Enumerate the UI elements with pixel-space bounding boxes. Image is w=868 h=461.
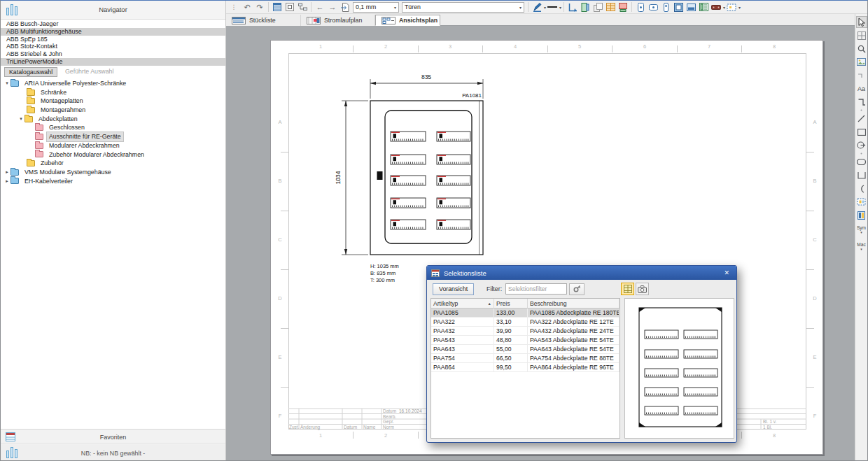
record-options-button[interactable] [284, 1, 295, 13]
busbar-button[interactable] [710, 1, 722, 13]
tab-gefuehrte-auswahl[interactable]: Geführte Auswahl [65, 68, 113, 75]
tab-katalogauswahl[interactable]: Katalogauswahl [4, 67, 57, 77]
column-preis[interactable]: Preis [494, 299, 528, 308]
chevron-down-icon[interactable]: ▾ [723, 5, 725, 10]
column-artikeltyp[interactable]: Artikeltyp ▲ [431, 299, 494, 308]
enclosure-view-button[interactable] [580, 1, 591, 13]
tree-item-aria[interactable]: ▾ ARIA Universelle Polyester-Schränke [1, 79, 225, 88]
column-beschreibung[interactable]: Beschreibung [528, 299, 620, 308]
chevron-down-icon[interactable]: ▾ [738, 5, 741, 10]
line-width-select[interactable]: 0,1 mm ▾ [353, 2, 399, 13]
circle-direction-tool[interactable] [856, 139, 867, 151]
socket-horizontal-button[interactable] [648, 1, 659, 13]
tree-item-montageplatten[interactable]: Montageplatten [1, 97, 225, 106]
tab-label: Stückliste [249, 17, 276, 24]
manufacturer-item[interactable]: ABB SpEp 185 [1, 36, 225, 43]
toolbar-grip[interactable]: ⋮ [228, 1, 239, 13]
text-tool[interactable]: Aa [856, 83, 867, 94]
tree-item-abdeckplatten[interactable]: ▾ Abdeckplatten [1, 115, 225, 124]
tab-ansichtsplan[interactable]: Ansichtsplan [375, 15, 440, 26]
dialog-title-bar[interactable]: Selektionsliste ✕ [427, 266, 736, 280]
device-frame-tool[interactable] [856, 196, 867, 208]
pen-color-button[interactable] [531, 1, 542, 13]
filter-settings-button[interactable] [569, 283, 584, 295]
copy-view-button[interactable] [592, 1, 603, 13]
chevron-right-icon[interactable]: ▸ [4, 177, 10, 186]
measure-button[interactable] [567, 1, 578, 13]
close-icon[interactable]: ✕ [721, 269, 732, 276]
table-row[interactable]: PAA754 66,50 PAA754 Abdeckplatte RE 88TE [431, 354, 620, 363]
table-row[interactable]: PAA322 33,10 PAA322 Abdeckplatte RE 12TE [431, 318, 620, 327]
layer-select[interactable]: Türen ▾ [402, 2, 524, 13]
cover-plate-button[interactable] [685, 1, 696, 13]
polygon-tool[interactable] [856, 169, 867, 181]
table-row-selected[interactable]: PAA1085 133,00 PAA1085 Abdeckplatte RE 1… [431, 308, 620, 318]
device-rows-tool[interactable] [856, 209, 867, 221]
table-row[interactable]: PAA643 55,00 PAA643 Abdeckplatte RE 54TE [431, 345, 620, 354]
filter-input[interactable] [505, 283, 567, 295]
article-table[interactable]: Artikeltyp ▲ Preis Beschreibung PAA1085 … [430, 298, 620, 439]
tree-item-zubehoer[interactable]: Zubehör [1, 159, 225, 168]
arc-tool[interactable] [856, 183, 867, 194]
socket-vertical-button[interactable] [635, 1, 646, 13]
tree-item-eh-kabelverteiler[interactable]: ▸ EH-Kabelverteiler [1, 177, 225, 186]
redo-button[interactable]: ↷ [254, 1, 265, 13]
enclosure-box-button[interactable] [673, 1, 684, 13]
manufacturer-item[interactable]: ABB Busch-Jaeger [1, 20, 225, 28]
tab-stromlaufplan[interactable]: Stromlaufplan [301, 15, 375, 26]
tree-item-zubehoer-modularer[interactable]: Zubehör Modularer Abdeckrahmen [1, 150, 225, 159]
nb-status-text: NB: - kein NB gewählt - [1, 450, 225, 457]
image-tool[interactable] [856, 56, 867, 68]
cover-grid-button[interactable] [605, 1, 616, 13]
chevron-down-icon[interactable]: ▾ [559, 5, 561, 10]
tree-item-ausschnitte-re[interactable]: Ausschnitte für RE-Geräte [1, 132, 225, 141]
chevron-right-icon[interactable]: ▸ [4, 168, 10, 177]
selection-frame-button[interactable] [726, 1, 737, 13]
goto-page-button[interactable] [340, 1, 351, 13]
tree-item-schraenke[interactable]: Schränke [1, 88, 225, 97]
graphic-preview-button[interactable] [621, 283, 634, 295]
din-rail-button[interactable] [698, 1, 709, 13]
corner-line-tool[interactable] [856, 69, 867, 81]
table-row[interactable]: PAA432 39,90 PAA432 Abdeckplatte RE 24TE [431, 327, 620, 336]
zoom-tool[interactable] [856, 43, 867, 55]
window-panes-tool[interactable] [856, 29, 867, 41]
tree-item-vms[interactable]: ▸ VMS Modulare Systemgehäuse [1, 168, 225, 177]
svg-text:Datum: Datum [344, 425, 357, 430]
manufacturer-item-selected[interactable]: TriLinePowerModule [1, 58, 225, 66]
macro-menu-button[interactable]: Mac▾ [856, 239, 867, 255]
line-tool[interactable] [856, 113, 867, 125]
selektionsliste-dialog[interactable]: Selektionsliste ✕ Voransicht Filter: Art… [426, 265, 737, 443]
tab-stueckliste[interactable]: Stückliste [226, 15, 301, 26]
ellipse-tool[interactable] [856, 156, 867, 168]
photo-preview-button[interactable] [636, 283, 649, 295]
line-style-button[interactable] [547, 1, 558, 13]
tree-item-label: Zubehör Modularer Abdeckrahmen [47, 150, 146, 159]
chevron-down-icon[interactable]: ▾ [4, 79, 10, 88]
tree-item-montagerahmen[interactable]: Montagerahmen [1, 106, 225, 115]
select-tool[interactable] [856, 16, 867, 28]
rectangle-tool[interactable] [856, 126, 867, 138]
device-check-button[interactable] [617, 1, 629, 13]
symbol-menu-button[interactable]: Sym▾ [856, 222, 867, 238]
table-row[interactable]: PAA864 99,50 PAA864 Abdeckplatte RE 96TE [431, 363, 620, 372]
nav-forward-button[interactable]: → [327, 1, 338, 13]
chevron-down-icon: ▾ [394, 5, 396, 10]
tree-item-geschlossen[interactable]: Geschlossen [1, 123, 225, 132]
elbow-connector-tool[interactable] [856, 96, 867, 108]
bom-table-button[interactable] [272, 1, 283, 13]
undo-button[interactable]: ↶ [241, 1, 253, 13]
structure-button[interactable] [297, 1, 308, 13]
chevron-down-icon[interactable]: ▾ [544, 5, 546, 10]
manufacturer-item-selected[interactable]: ABB Multifunktionsgehäuse [1, 28, 225, 36]
voransicht-button[interactable]: Voransicht [433, 283, 474, 295]
table-row[interactable]: PAA543 48,80 PAA543 Abdeckplatte RE 54TE [431, 336, 620, 345]
manufacturer-item[interactable]: ABB Stotz-Kontakt [1, 43, 225, 50]
manufacturer-item[interactable]: ABB Striebel & John [1, 50, 225, 58]
socket-single-button[interactable] [660, 1, 671, 13]
tree-item-modularer-abdeckrahmen[interactable]: Modularer Abdeckrahmen [1, 141, 225, 150]
favorites-bar[interactable]: Favoriten [1, 429, 225, 444]
chevron-down-icon[interactable]: ▾ [18, 115, 24, 124]
nav-back-button[interactable]: ← [314, 1, 326, 13]
svg-text:Datum: Datum [383, 409, 396, 413]
